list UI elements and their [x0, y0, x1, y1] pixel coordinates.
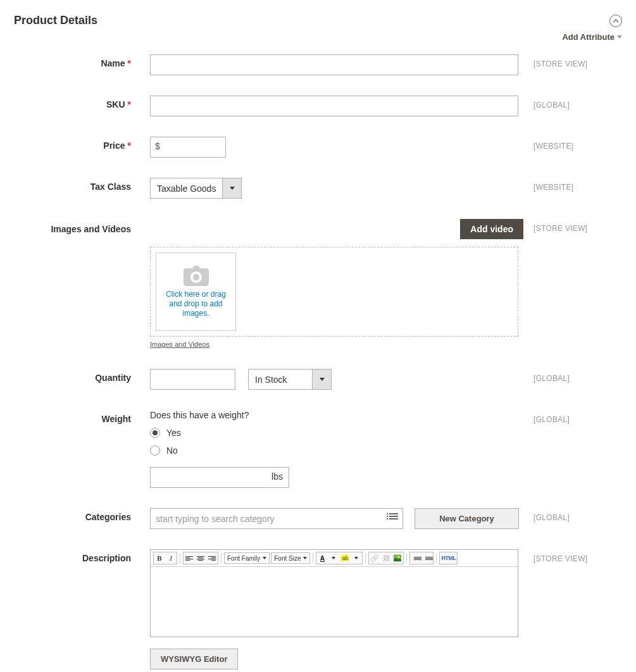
chevron-up-icon: [613, 18, 619, 24]
font-family-select[interactable]: Font Family: [224, 552, 270, 564]
bullet-list-button[interactable]: [410, 552, 421, 564]
add-attribute-button[interactable]: Add Attribute: [562, 32, 622, 42]
radio-icon-unchecked: [150, 445, 160, 456]
categories-label: Categories: [85, 512, 131, 522]
camera-icon: [184, 266, 209, 286]
weight-radio-no[interactable]: No: [150, 445, 523, 456]
caret-down-icon: [320, 378, 325, 381]
price-input[interactable]: [150, 137, 226, 158]
weight-input[interactable]: [150, 467, 289, 488]
name-label: Name: [101, 58, 125, 68]
images-scope: [STORE VIEW]: [523, 219, 621, 233]
html-button[interactable]: HTML: [440, 552, 457, 564]
images-videos-link[interactable]: Images and Videos: [150, 340, 209, 348]
price-scope: [WEBSITE]: [523, 137, 621, 151]
price-label: Price: [103, 140, 125, 151]
weight-no-label: No: [166, 445, 178, 456]
description-editor: BI Font Family Font Size A ab: [150, 549, 518, 637]
bold-button[interactable]: B: [154, 552, 165, 564]
svg-point-1: [398, 556, 400, 558]
align-right-button[interactable]: [206, 552, 218, 564]
new-category-button[interactable]: New Category: [415, 508, 519, 529]
name-input[interactable]: [150, 54, 518, 75]
stock-status-value: In Stock: [249, 370, 312, 389]
quantity-input[interactable]: [150, 369, 235, 390]
required-asterisk: *: [128, 140, 131, 151]
align-center-button[interactable]: [195, 552, 206, 564]
tax-class-label: Tax Class: [90, 182, 131, 192]
text-color-button[interactable]: A: [316, 552, 328, 564]
tax-class-select[interactable]: Taxable Goods: [150, 178, 242, 199]
wysiwyg-editor-button[interactable]: WYSIWYG Editor: [150, 649, 238, 669]
italic-button[interactable]: I: [165, 552, 177, 564]
weight-unit: lbs: [271, 471, 283, 482]
description-label: Description: [82, 553, 131, 563]
weight-yes-label: Yes: [166, 428, 181, 438]
link-button[interactable]: 🔗: [369, 552, 380, 564]
caret-down-icon: [617, 35, 622, 39]
weight-scope: [GLOBAL]: [523, 410, 621, 424]
bg-color-dropdown[interactable]: [351, 552, 362, 564]
currency-symbol: $: [155, 141, 160, 151]
numbered-list-button[interactable]: [421, 552, 433, 564]
description-textarea[interactable]: [151, 567, 518, 637]
tax-class-dropdown-toggle[interactable]: [222, 178, 241, 198]
unlink-button[interactable]: ⛓: [380, 552, 392, 564]
image-dropzone[interactable]: Click here or drag and drop to add image…: [150, 247, 518, 337]
font-size-select[interactable]: Font Size: [271, 552, 310, 564]
quantity-scope: [GLOBAL]: [523, 369, 621, 383]
weight-radio-yes[interactable]: Yes: [150, 428, 523, 438]
tax-class-scope: [WEBSITE]: [523, 178, 621, 192]
section-title: Product Details: [14, 14, 97, 27]
tax-class-value: Taxable Goods: [151, 178, 222, 198]
sku-input[interactable]: [150, 96, 518, 116]
description-scope: [STORE VIEW]: [523, 549, 621, 563]
add-video-button[interactable]: Add video: [460, 219, 523, 239]
stock-status-dropdown-toggle[interactable]: [312, 370, 331, 389]
collapse-toggle[interactable]: [609, 15, 622, 27]
radio-icon-checked: [150, 428, 160, 438]
stock-status-select[interactable]: In Stock: [248, 369, 332, 390]
bg-color-button[interactable]: ab: [339, 552, 351, 564]
quantity-label: Quantity: [95, 373, 131, 383]
upload-tile[interactable]: Click here or drag and drop to add image…: [156, 252, 236, 331]
editor-toolbar: BI Font Family Font Size A ab: [151, 550, 518, 567]
upload-text: Click here or drag and drop to add image…: [160, 290, 232, 318]
caret-down-icon: [230, 187, 235, 190]
list-icon[interactable]: [389, 513, 398, 521]
categories-input[interactable]: [150, 508, 403, 529]
weight-question: Does this have a weight?: [150, 410, 523, 420]
weight-label: Weight: [102, 414, 131, 424]
sku-scope: [GLOBAL]: [523, 96, 621, 109]
add-attribute-label: Add Attribute: [562, 32, 614, 42]
sku-label: SKU: [106, 99, 125, 109]
align-left-button[interactable]: [184, 552, 195, 564]
text-color-dropdown[interactable]: [328, 552, 339, 564]
images-label: Images and Videos: [51, 224, 131, 234]
required-asterisk: *: [128, 99, 131, 109]
name-scope: [STORE VIEW]: [523, 54, 621, 68]
required-asterisk: *: [128, 58, 131, 68]
image-button[interactable]: [392, 552, 403, 564]
categories-scope: [GLOBAL]: [523, 508, 621, 522]
